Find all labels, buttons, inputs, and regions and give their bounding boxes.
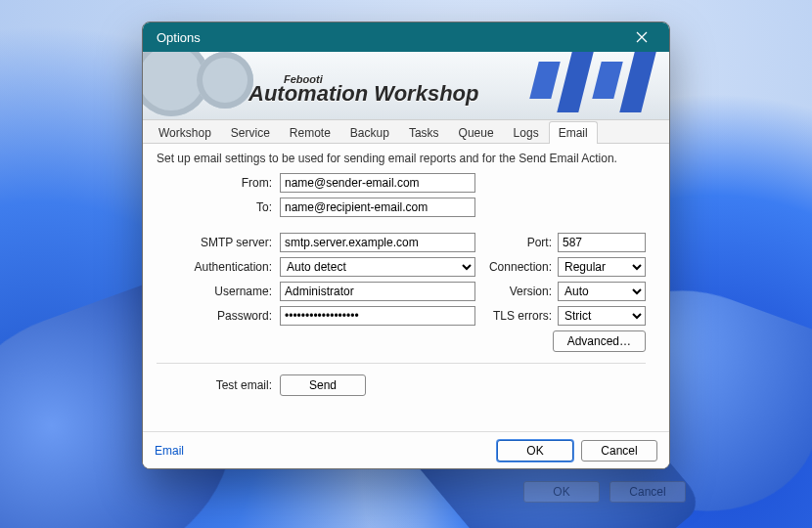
cancel-button[interactable]: Cancel <box>581 440 657 462</box>
window-title: Options <box>157 30 624 45</box>
tab-service[interactable]: Service <box>221 121 280 144</box>
email-settings-form: From: To: SMTP server: Port: Authenticat… <box>157 173 655 396</box>
advanced-button[interactable]: Advanced… <box>553 330 646 352</box>
label-connection: Connection: <box>481 260 552 274</box>
label-version: Version: <box>481 285 552 298</box>
smtp-server-field[interactable] <box>280 233 475 252</box>
tab-backup[interactable]: Backup <box>340 121 399 144</box>
tab-tasks[interactable]: Tasks <box>399 121 449 144</box>
ok-button[interactable]: OK <box>497 440 573 462</box>
ghost-ok-button: OK <box>523 481 600 503</box>
label-test-email: Test email: <box>157 378 274 392</box>
connection-select[interactable]: Regular <box>558 257 646 277</box>
close-button[interactable] <box>624 22 659 52</box>
titlebar: Options <box>143 22 669 52</box>
brand-title: Febooti Automation Workshop <box>248 73 478 107</box>
to-field[interactable] <box>280 198 475 217</box>
label-password: Password: <box>157 309 274 323</box>
help-link-email[interactable]: Email <box>155 444 184 458</box>
background-dialog-ghost: OK Cancel <box>523 481 686 503</box>
authentication-select[interactable]: Auto detect <box>280 257 475 277</box>
label-from: From: <box>157 176 274 190</box>
tab-remote[interactable]: Remote <box>280 121 340 144</box>
tab-bar: Workshop Service Remote Backup Tasks Que… <box>143 120 669 144</box>
tab-workshop[interactable]: Workshop <box>149 121 221 144</box>
tls-errors-select[interactable]: Strict <box>558 306 646 326</box>
label-tls: TLS errors: <box>481 309 552 323</box>
label-username: Username: <box>157 285 274 298</box>
tab-email[interactable]: Email <box>549 121 598 144</box>
password-field[interactable] <box>280 306 475 326</box>
gear-icon <box>197 52 253 109</box>
port-field[interactable] <box>558 233 646 252</box>
brand-big: Automation Workshop <box>248 81 478 106</box>
label-smtp: SMTP server: <box>157 236 274 249</box>
tab-logs[interactable]: Logs <box>504 121 549 144</box>
dialog-footer: Email OK Cancel <box>143 431 669 468</box>
label-port: Port: <box>481 236 552 249</box>
label-to: To: <box>157 200 274 214</box>
username-field[interactable] <box>280 282 475 301</box>
tab-content-email: Set up email settings to be used for sen… <box>143 144 669 431</box>
close-icon <box>636 31 648 43</box>
send-test-button[interactable]: Send <box>280 374 366 396</box>
from-field[interactable] <box>280 173 475 193</box>
version-select[interactable]: Auto <box>558 282 646 301</box>
options-dialog: Options Febooti Automation Workshop Work… <box>142 22 670 469</box>
tab-queue[interactable]: Queue <box>449 121 504 144</box>
description-text: Set up email settings to be used for sen… <box>157 152 655 165</box>
banner: Febooti Automation Workshop <box>143 52 669 120</box>
separator <box>157 363 646 364</box>
banner-decoration <box>534 52 650 112</box>
label-auth: Authentication: <box>157 260 274 274</box>
ghost-cancel-button: Cancel <box>609 481 686 503</box>
